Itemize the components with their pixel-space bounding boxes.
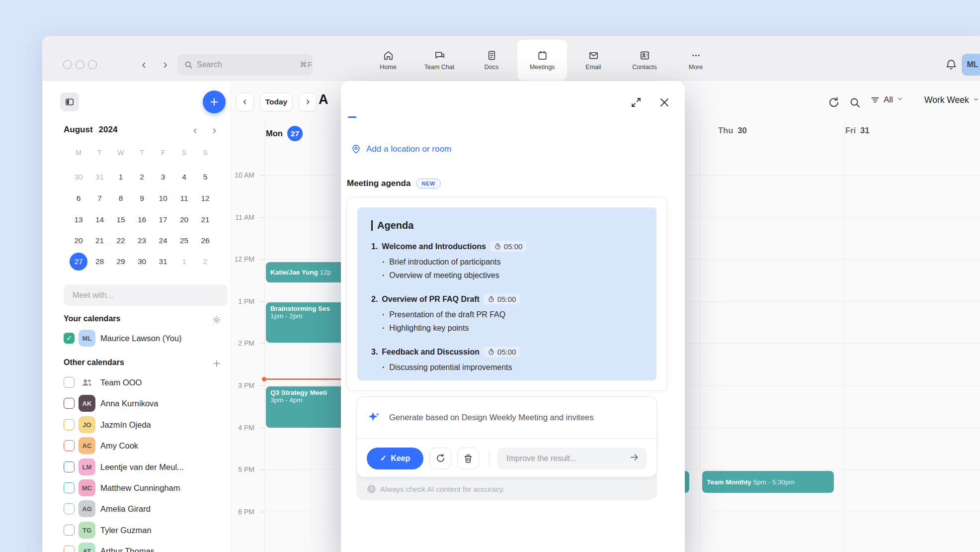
add-location-link[interactable]: Add a location or room bbox=[351, 144, 451, 154]
history-back-icon[interactable] bbox=[138, 59, 151, 72]
calendar-checkbox[interactable] bbox=[64, 503, 75, 514]
window-close-control[interactable] bbox=[63, 60, 72, 69]
calendar-settings-gear-icon[interactable] bbox=[210, 313, 223, 326]
tab-meetings[interactable]: Meetings bbox=[517, 40, 567, 81]
expand-modal-icon[interactable] bbox=[630, 96, 642, 108]
calendar-checkbox-checked[interactable]: ✓ bbox=[64, 333, 75, 344]
calendar-list-item[interactable]: MC Matthew Cunningham bbox=[64, 478, 228, 497]
calendar-list-item[interactable]: AK Anna Kurnikova bbox=[64, 394, 228, 413]
calendar-list-item[interactable]: AG Amelia Girard bbox=[64, 499, 228, 518]
event-team-monthly[interactable]: Team Monthly 5pm - 5:30pm bbox=[702, 471, 834, 493]
mini-calendar-day[interactable]: 1 bbox=[175, 253, 193, 271]
notifications-bell-icon[interactable] bbox=[945, 58, 958, 71]
window-minimize-control[interactable] bbox=[76, 60, 84, 69]
mini-calendar-day[interactable]: 17 bbox=[154, 211, 172, 229]
next-week-button[interactable] bbox=[299, 92, 317, 111]
view-switcher-dropdown[interactable]: Work Week bbox=[924, 95, 980, 105]
calendar-checkbox[interactable] bbox=[64, 546, 75, 552]
mini-calendar-day[interactable]: 3 bbox=[154, 168, 172, 186]
meet-with-box[interactable] bbox=[64, 284, 228, 306]
mini-calendar-day[interactable]: 2 bbox=[196, 253, 214, 271]
mini-calendar-day[interactable]: 22 bbox=[112, 232, 130, 250]
regenerate-icon[interactable] bbox=[429, 448, 451, 469]
tab-email[interactable]: Email bbox=[569, 40, 618, 81]
submit-arrow-icon[interactable] bbox=[629, 452, 640, 465]
mini-calendar-day[interactable]: 5 bbox=[196, 168, 214, 186]
close-modal-icon[interactable] bbox=[658, 96, 670, 108]
mini-calendar-day[interactable]: 30 bbox=[133, 253, 151, 271]
calendar-list-item[interactable]: AC Amy Cook bbox=[64, 436, 228, 455]
tab-more[interactable]: More bbox=[671, 40, 721, 81]
mini-calendar-day[interactable]: 12 bbox=[196, 189, 214, 207]
mini-calendar-day[interactable]: 11 bbox=[175, 189, 193, 207]
tab-contacts[interactable]: Contacts bbox=[620, 40, 669, 81]
mini-calendar-day[interactable]: 13 bbox=[70, 211, 87, 229]
calendar-list-item[interactable]: LM Leentje van der Meul... bbox=[64, 458, 228, 476]
calendar-list-item[interactable]: Team OOO bbox=[64, 373, 228, 392]
improve-result-input[interactable] bbox=[506, 454, 629, 463]
add-calendar-plus-icon[interactable] bbox=[210, 357, 223, 370]
tab-home[interactable]: Home bbox=[363, 40, 413, 81]
mini-calendar-day[interactable]: 16 bbox=[133, 211, 151, 229]
mini-calendar-day[interactable]: 29 bbox=[112, 253, 130, 271]
search-input[interactable] bbox=[197, 60, 300, 69]
mini-calendar-day[interactable]: 20 bbox=[70, 232, 87, 250]
tab-docs[interactable]: Docs bbox=[467, 40, 516, 81]
calendar-checkbox[interactable] bbox=[64, 419, 75, 430]
calendar-search-icon[interactable] bbox=[849, 96, 861, 108]
mini-calendar-day[interactable]: 4 bbox=[175, 168, 193, 186]
mini-calendar-day[interactable]: 10 bbox=[154, 189, 172, 207]
mini-calendar-day[interactable]: 30 bbox=[70, 168, 87, 186]
mini-calendar-day[interactable]: 24 bbox=[154, 232, 172, 250]
mini-calendar-day[interactable]: 20 bbox=[175, 211, 193, 229]
calendar-checkbox[interactable] bbox=[64, 440, 75, 451]
filter-dropdown[interactable]: All bbox=[870, 95, 903, 105]
mini-calendar-day[interactable]: 1 bbox=[112, 168, 130, 186]
mini-calendar-day[interactable]: 6 bbox=[70, 189, 87, 207]
mini-calendar-prev-icon[interactable] bbox=[189, 125, 201, 137]
delete-trash-icon[interactable] bbox=[457, 448, 479, 469]
mini-calendar-day-selected[interactable]: 27 bbox=[70, 253, 87, 271]
calendar-list-item[interactable]: JO Jazmín Ojeda bbox=[64, 415, 228, 434]
tab-team-chat[interactable]: Team Chat bbox=[414, 40, 464, 81]
mini-calendar-day[interactable]: 15 bbox=[112, 211, 130, 229]
prev-week-button[interactable] bbox=[236, 92, 254, 111]
window-zoom-control[interactable] bbox=[88, 60, 97, 69]
improve-result-box[interactable] bbox=[497, 448, 647, 469]
mini-calendar-day[interactable]: 23 bbox=[133, 232, 151, 250]
calendar-checkbox[interactable] bbox=[64, 461, 75, 472]
calendar-checkbox[interactable] bbox=[64, 482, 75, 493]
mini-calendar-next-icon[interactable] bbox=[208, 125, 220, 137]
event-brainstorming-session[interactable]: Brainstorming Ses 1pm - 2pm bbox=[266, 302, 353, 343]
user-avatar[interactable]: ML bbox=[962, 54, 980, 76]
mini-calendar-day[interactable]: 7 bbox=[91, 189, 109, 207]
global-search[interactable]: ⌘F bbox=[177, 54, 313, 76]
refresh-icon[interactable] bbox=[828, 96, 840, 108]
event-q3-strategy-meeting[interactable]: Q3 Strategy Meeti 3pm - 4pm bbox=[266, 386, 353, 428]
mini-calendar-day[interactable]: 14 bbox=[91, 211, 109, 229]
mini-calendar-day[interactable]: 31 bbox=[91, 168, 109, 186]
mini-calendar-day[interactable]: 31 bbox=[154, 253, 172, 271]
event-katie-jae-yung[interactable]: Katie/Jae Yung 12p bbox=[266, 262, 353, 282]
calendar-list-item[interactable]: TG Tyler Guzman bbox=[64, 521, 228, 540]
mini-calendar-day[interactable]: 28 bbox=[91, 253, 109, 271]
sidebar-toggle-icon[interactable] bbox=[60, 92, 79, 111]
meet-with-input[interactable] bbox=[73, 291, 219, 300]
calendar-list-item[interactable]: AT Arthur Thomas bbox=[64, 542, 228, 552]
mini-calendar-day[interactable]: 2 bbox=[133, 168, 151, 186]
keep-button[interactable]: ✓ Keep bbox=[367, 448, 423, 469]
calendar-checkbox[interactable] bbox=[64, 525, 75, 536]
mini-calendar-day[interactable]: 25 bbox=[175, 232, 193, 250]
mini-calendar-day[interactable]: 8 bbox=[112, 189, 130, 207]
mini-calendar-day[interactable]: 21 bbox=[91, 232, 109, 250]
mini-calendar-day[interactable]: 21 bbox=[196, 211, 214, 229]
today-button[interactable]: Today bbox=[260, 92, 293, 111]
create-event-button[interactable] bbox=[203, 91, 226, 113]
calendar-checkbox[interactable] bbox=[64, 398, 75, 409]
mini-calendar-day[interactable]: 9 bbox=[133, 189, 151, 207]
mini-calendar-day[interactable]: 26 bbox=[196, 232, 214, 250]
calendar-list-item[interactable]: ✓ML Maurice Lawson (You) bbox=[64, 329, 228, 348]
history-forward-icon[interactable] bbox=[159, 59, 171, 72]
agenda-editor[interactable]: Agenda 1. Welcome and Introductions 05:0… bbox=[357, 207, 656, 380]
calendar-checkbox[interactable] bbox=[64, 377, 75, 388]
